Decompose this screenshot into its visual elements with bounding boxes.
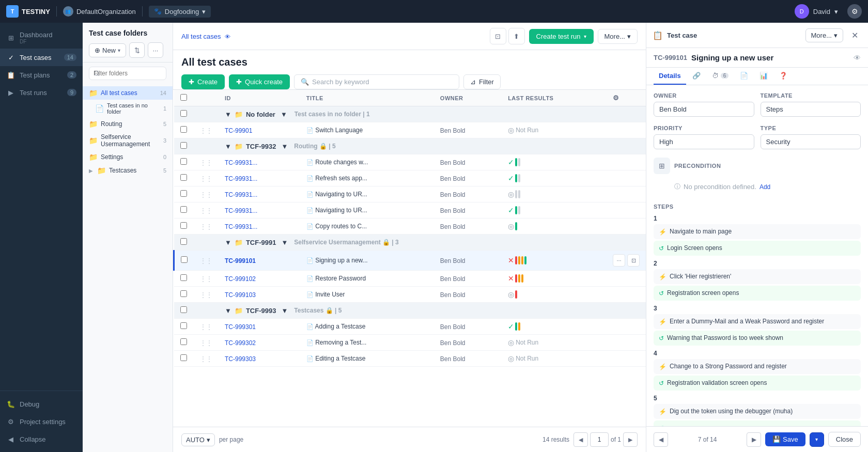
folder-checkbox3[interactable] <box>180 238 187 245</box>
type-select[interactable]: Security <box>761 134 861 149</box>
tab-attachments[interactable]: 🔗 <box>687 68 706 85</box>
create-button[interactable]: ✚ Create <box>181 74 225 89</box>
tc-id-link6[interactable]: TC-99931... <box>225 223 257 230</box>
page-input[interactable] <box>590 432 609 447</box>
detail-eye-icon[interactable]: 👁 <box>854 54 861 62</box>
chevron-down-icon6[interactable]: ▼ <box>225 111 231 118</box>
sidebar-item-test-plans[interactable]: 📋 Test plans 2 <box>0 66 83 84</box>
drag-handle-icon5[interactable]: ⋮⋮ <box>200 207 212 214</box>
drag-handle-icon6[interactable]: ⋮⋮ <box>200 223 212 230</box>
export-icon[interactable]: ⬆ <box>508 28 525 44</box>
drag-handle-icon2[interactable]: ⋮⋮ <box>200 159 212 166</box>
row-checkbox6[interactable] <box>180 222 187 229</box>
drag-handle-icon9[interactable]: ⋮⋮ <box>200 291 212 299</box>
tc-id-link3[interactable]: TC-99931... <box>225 175 257 182</box>
drag-handle-icon4[interactable]: ⋮⋮ <box>200 191 212 198</box>
tc-id-link7[interactable]: TC-999101 <box>225 257 256 264</box>
folder-search-input[interactable] <box>89 67 166 80</box>
row-checkbox10[interactable] <box>180 322 187 329</box>
row-checkbox12[interactable] <box>180 354 187 361</box>
drag-handle-icon7[interactable]: ⋮⋮ <box>200 257 212 264</box>
row-checkbox7[interactable] <box>181 256 188 263</box>
project-selector[interactable]: 🐾 Dogfooding ▾ <box>149 6 211 18</box>
tc-id-link11[interactable]: TC-999302 <box>225 339 256 347</box>
tab-comments[interactable]: 📄 <box>735 68 753 85</box>
row-checkbox[interactable] <box>180 126 187 133</box>
tc-id-link4[interactable]: TC-99931... <box>225 191 257 198</box>
chevron-down-icon9[interactable]: ▼ <box>225 307 231 315</box>
user-menu[interactable]: D David ▾ <box>795 4 838 19</box>
detail-more-button[interactable]: More... ▾ <box>805 28 843 42</box>
drag-handle-icon3[interactable]: ⋮⋮ <box>200 175 212 182</box>
row-detail-btn[interactable]: ⊡ <box>627 254 640 267</box>
row-checkbox4[interactable] <box>180 190 187 197</box>
sidebar-item-test-cases[interactable]: ✓ Test cases 14 <box>0 49 83 66</box>
owner-select[interactable]: Ben Bold <box>654 102 754 117</box>
more-options-icon[interactable]: ··· <box>148 42 163 58</box>
tc-id-link[interactable]: TC-99901 <box>225 127 252 134</box>
precondition-add-link[interactable]: Add <box>760 183 770 191</box>
drag-handle-icon8[interactable]: ⋮⋮ <box>200 275 212 283</box>
save-dropdown-btn[interactable]: ▾ <box>810 432 824 447</box>
all-test-cases-tab[interactable]: All test cases 👁 <box>181 33 230 40</box>
folder-item-no-folder[interactable]: 📄 Test cases in no folder 1 <box>83 100 173 117</box>
quick-create-button[interactable]: ✚ Quick create <box>229 74 290 89</box>
select-all-checkbox[interactable] <box>180 94 187 101</box>
chevron-down-icon7[interactable]: ▼ <box>225 143 231 150</box>
row-checkbox11[interactable] <box>180 338 187 345</box>
template-select[interactable]: Steps <box>761 102 861 117</box>
prev-page-btn[interactable]: ◀ <box>574 432 588 447</box>
drag-handle-icon10[interactable]: ⋮⋮ <box>200 323 212 331</box>
tab-details[interactable]: Details <box>654 68 686 85</box>
tc-id-link2[interactable]: TC-99931... <box>225 159 257 166</box>
close-button[interactable]: Close <box>828 432 861 447</box>
sidebar-item-test-runs[interactable]: ▶ Test runs 9 <box>0 84 83 101</box>
drag-handle-icon[interactable]: ⋮⋮ <box>200 127 212 134</box>
tc-id-link5[interactable]: TC-99931... <box>225 207 257 214</box>
detail-close-button[interactable]: ✕ <box>847 28 862 42</box>
tc-id-link9[interactable]: TC-999103 <box>225 291 256 299</box>
folder-checkbox2[interactable] <box>180 142 187 149</box>
sort-icon[interactable]: ⇅ <box>129 42 145 58</box>
tab-history[interactable]: ⏱ 6 <box>707 68 734 85</box>
drag-handle-icon11[interactable]: ⋮⋮ <box>200 339 212 347</box>
folder-item-settings[interactable]: 📁 Settings 0 <box>83 150 173 164</box>
next-page-btn[interactable]: ▶ <box>623 432 638 447</box>
row-checkbox9[interactable] <box>180 290 187 297</box>
chevron-down-icon8[interactable]: ▼ <box>225 239 231 246</box>
filter-button[interactable]: ⊿ Filter <box>463 74 501 89</box>
tc-id-link12[interactable]: TC-999303 <box>225 355 256 363</box>
tc-id-link10[interactable]: TC-999301 <box>225 323 256 331</box>
sidebar-item-collapse[interactable]: ◀ Collapse <box>0 430 83 448</box>
row-checkbox5[interactable] <box>180 206 187 213</box>
settings-icon[interactable]: ⚙ <box>613 94 619 102</box>
per-page-select[interactable]: AUTO ▾ <box>181 433 215 446</box>
row-checkbox8[interactable] <box>180 274 187 281</box>
layout-icon[interactable]: ⊡ <box>490 28 506 44</box>
save-button[interactable]: 💾 Save <box>765 432 805 446</box>
row-checkbox3[interactable] <box>180 174 187 181</box>
tc-id-link8[interactable]: TC-999102 <box>225 275 256 283</box>
user-settings-icon[interactable]: ⚙ <box>847 4 862 19</box>
prev-tc-btn[interactable]: ◀ <box>654 432 668 447</box>
folder-checkbox[interactable] <box>180 110 187 117</box>
tab-help[interactable]: ❓ <box>774 68 793 85</box>
search-box[interactable]: 🔍 Search by keyword <box>294 74 459 89</box>
row-more-btn[interactable]: ··· <box>613 254 625 267</box>
priority-select[interactable]: High <box>654 134 754 149</box>
next-tc-btn[interactable]: ▶ <box>747 432 761 447</box>
org-name[interactable]: 👥 DefaultOrganization <box>63 6 136 17</box>
new-folder-button[interactable]: ⊕ New ▾ <box>89 43 126 57</box>
folder-item-testcases[interactable]: ▶ 📁 Testcases 5 <box>83 164 173 177</box>
sidebar-item-dashboard[interactable]: ⊞ Dashboard DF <box>0 27 83 49</box>
sidebar-item-project-settings[interactable]: ⚙ Project settings <box>0 413 83 430</box>
folder-item-selfservice[interactable]: 📁 Selfservice Usermanagement 3 <box>83 131 173 150</box>
folder-item-all[interactable]: 📁 All test cases 14 <box>83 86 173 100</box>
sidebar-item-debug[interactable]: 🐛 Debug <box>0 395 83 413</box>
folder-item-routing[interactable]: 📁 Routing 5 <box>83 117 173 131</box>
drag-handle-icon12[interactable]: ⋮⋮ <box>200 355 212 363</box>
folder-checkbox4[interactable] <box>180 306 187 313</box>
more-button[interactable]: More... ▾ <box>598 29 638 44</box>
tab-chart[interactable]: 📊 <box>754 68 773 85</box>
create-test-run-button[interactable]: Create test run ▾ <box>529 29 594 44</box>
